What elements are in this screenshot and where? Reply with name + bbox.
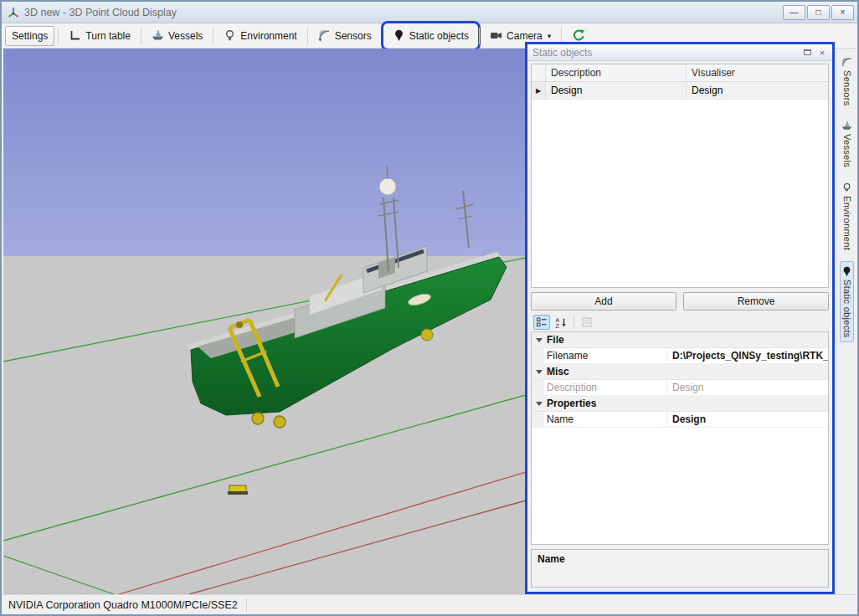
sky [3, 49, 526, 256]
turn-table-button[interactable]: Turn table [62, 26, 137, 46]
viewport-3d[interactable] [3, 49, 526, 594]
category-label: File [547, 334, 564, 346]
vessels-icon [841, 121, 852, 131]
static-objects-icon [393, 29, 405, 42]
turn-table-label: Turn table [85, 30, 131, 42]
grid-empty-area [532, 428, 828, 544]
grid-indent [532, 348, 543, 363]
grid-indent [532, 412, 543, 427]
remove-button[interactable]: Remove [683, 292, 829, 311]
property-pages-icon [579, 315, 595, 330]
toolbar-separator [574, 316, 574, 329]
statusbar-separator [246, 598, 247, 612]
collapse-chevron-icon[interactable] [536, 370, 543, 374]
side-tab-environment[interactable]: Environment [840, 177, 854, 255]
property-label: Filename [543, 348, 667, 363]
minimize-button[interactable]: — [783, 5, 805, 20]
settings-button[interactable]: Settings [5, 26, 54, 46]
close-button[interactable]: × [831, 5, 854, 20]
maximize-button[interactable]: □ [807, 5, 830, 20]
sensors-button[interactable]: Sensors [311, 26, 378, 46]
radar-dome [379, 178, 396, 195]
table-actions: Add Remove [531, 292, 829, 311]
vessels-icon [152, 29, 164, 42]
toolbar-separator [58, 28, 59, 44]
static-objects-panel: Static objects × Description Visualiser … [527, 44, 832, 592]
row-marker-icon: ▶ [532, 82, 546, 99]
toolbar-separator [479, 28, 480, 44]
docked-panel-tab-strip: Sensors Vessels Environment Static objec… [836, 49, 857, 594]
panel-close-icon[interactable]: × [815, 47, 829, 59]
sensors-icon [841, 57, 852, 68]
property-row-description[interactable]: Description Design [532, 380, 828, 396]
collapse-chevron-icon[interactable] [536, 402, 543, 406]
static-objects-panel-highlight: Static objects × Description Visualiser … [525, 42, 835, 594]
panel-header[interactable]: Static objects × [527, 44, 832, 61]
toolbar-separator [141, 28, 141, 44]
status-bar: NVIDIA Corporation Quadro M1000M/PCIe/SS… [2, 594, 857, 614]
column-header-description[interactable]: Description [546, 64, 687, 81]
column-header-visualiser[interactable]: Visualiser [687, 64, 828, 81]
static-objects-table: Description Visualiser ▶ Design Design [531, 64, 829, 288]
property-grid: File Filename D:\Projects_QINSy_testing\… [531, 331, 829, 545]
side-tab-vessels[interactable]: Vessels [840, 116, 854, 172]
toolbar-separator [213, 28, 213, 44]
categorized-view-icon[interactable] [533, 315, 550, 330]
static-objects-button[interactable]: Static objects [386, 26, 476, 46]
table-row[interactable]: ▶ Design Design [532, 82, 828, 100]
camera-label: Camera [507, 30, 543, 42]
app-window: 3D new - 3D Point Cloud Display — □ × Se… [0, 0, 859, 616]
category-file[interactable]: File [532, 332, 828, 348]
category-properties[interactable]: Properties [532, 396, 828, 412]
category-label: Properties [547, 398, 596, 409]
collapse-chevron-icon[interactable] [536, 338, 543, 342]
gpu-status-text: NVIDIA Corporation Quadro M1000M/PCIe/SS… [8, 599, 238, 611]
table-header-row: Description Visualiser [532, 64, 828, 82]
vessels-button[interactable]: Vessels [145, 26, 209, 46]
side-tab-label: Sensors [842, 70, 852, 105]
toolbar-separator [382, 28, 383, 44]
property-label: Name [543, 412, 667, 427]
category-label: Misc [547, 366, 569, 377]
side-tab-label: Vessels [842, 134, 852, 167]
property-value-name[interactable]: Design [667, 412, 828, 427]
property-description-box: Name [531, 549, 829, 588]
side-tab-sensors[interactable]: Sensors [840, 52, 854, 110]
settings-label: Settings [12, 30, 48, 42]
svg-text:Z: Z [556, 323, 560, 329]
panel-title: Static objects [532, 47, 799, 59]
app-icon [7, 6, 20, 19]
property-value-filename[interactable]: D:\Projects_QINSy_testing\RTK_T [667, 348, 828, 363]
side-tab-label: Static objects [842, 280, 852, 338]
title-bar[interactable]: 3D new - 3D Point Cloud Display — □ × [2, 2, 857, 23]
window-title: 3D new - 3D Point Cloud Display [24, 7, 783, 18]
sensors-icon [318, 29, 331, 42]
svg-text:A: A [556, 317, 560, 323]
property-description-title: Name [538, 553, 822, 565]
add-button[interactable]: Add [531, 292, 676, 311]
cell-description: Design [546, 82, 687, 99]
environment-button[interactable]: Environment [217, 26, 303, 46]
dock-pin-icon[interactable] [800, 47, 814, 59]
property-row-name[interactable]: Name Design [532, 412, 828, 428]
chevron-down-icon: ▾ [548, 32, 552, 40]
turn-table-icon [69, 29, 81, 42]
rov-model [228, 485, 248, 495]
marker-column-header [532, 64, 546, 81]
table-empty-area [532, 100, 828, 287]
camera-icon [490, 29, 502, 42]
toolbar-separator [307, 28, 308, 44]
cell-visualiser: Design [687, 82, 828, 99]
environment-label: Environment [240, 30, 296, 42]
static-objects-label: Static objects [409, 30, 469, 42]
alphabetical-sort-icon[interactable]: A Z [553, 315, 569, 330]
environment-icon [841, 182, 852, 193]
category-misc[interactable]: Misc [532, 364, 828, 380]
vessels-label: Vessels [168, 30, 203, 42]
side-tab-static-objects[interactable]: Static objects [840, 261, 854, 343]
refresh-icon [572, 28, 586, 43]
property-grid-toolbar: A Z [531, 313, 829, 331]
property-row-filename[interactable]: Filename D:\Projects_QINSy_testing\RTK_T [532, 348, 828, 364]
property-value-description: Design [667, 380, 828, 395]
environment-icon [224, 29, 236, 42]
